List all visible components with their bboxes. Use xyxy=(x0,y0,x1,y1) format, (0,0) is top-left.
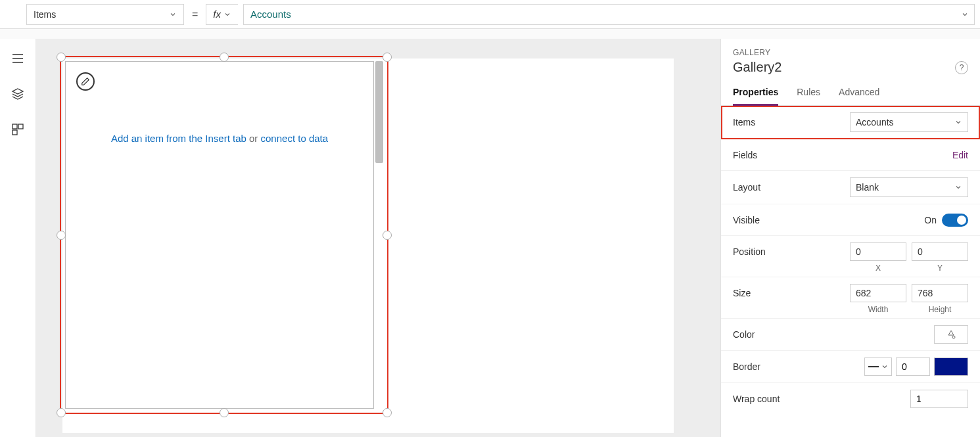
prop-label: Layout xyxy=(733,182,850,193)
items-select[interactable]: Accounts xyxy=(850,112,968,132)
resize-handle[interactable] xyxy=(383,53,392,62)
resize-handle[interactable] xyxy=(57,53,66,62)
size-height-input[interactable] xyxy=(912,284,968,302)
toggle-switch[interactable] xyxy=(942,214,968,227)
prop-items: Items Accounts xyxy=(721,106,980,139)
size-width-input[interactable] xyxy=(850,284,906,302)
left-toolbar xyxy=(0,39,36,437)
formula-bar: Items = fx Accounts xyxy=(0,0,980,29)
position-y-input[interactable] xyxy=(912,242,968,261)
axis-label: X xyxy=(850,264,906,273)
prop-border: Border xyxy=(721,351,980,383)
scrollbar[interactable] xyxy=(375,61,383,163)
border-style-select[interactable] xyxy=(864,357,892,376)
items-value: Accounts xyxy=(856,117,894,127)
prop-label: Border xyxy=(733,361,864,372)
svg-point-3 xyxy=(952,336,955,338)
wrap-count-input[interactable] xyxy=(910,390,968,408)
equals-sign: = xyxy=(189,9,200,20)
svg-rect-2 xyxy=(12,130,17,135)
chevron-down-icon xyxy=(881,363,889,371)
axis-label: Y xyxy=(912,264,968,273)
toggle-state: On xyxy=(924,215,937,225)
prop-size: Size Width Height xyxy=(721,277,980,319)
resize-handle[interactable] xyxy=(383,408,392,417)
prop-wrap-count: Wrap count xyxy=(721,383,980,415)
prop-visible: Visible On xyxy=(721,204,980,236)
control-name[interactable]: Gallery2 xyxy=(733,60,782,75)
property-select[interactable]: Items xyxy=(26,4,184,25)
fx-label: fx xyxy=(213,9,221,20)
prop-layout: Layout Blank xyxy=(721,171,980,204)
svg-rect-0 xyxy=(12,124,17,129)
property-select-value: Items xyxy=(34,9,56,20)
app-screen[interactable]: Add an item from the Insert tab or conne… xyxy=(62,58,674,433)
formula-input[interactable]: Accounts xyxy=(243,4,975,25)
layout-value: Blank xyxy=(856,182,879,193)
gallery-hint: Add an item from the Insert tab or conne… xyxy=(66,133,373,144)
position-x-input[interactable] xyxy=(850,242,906,261)
insert-link[interactable]: Add an item from the Insert tab xyxy=(111,133,246,144)
panel-header: GALLERY Gallery2 ? xyxy=(721,39,980,80)
panel-tabs: Properties Rules Advanced xyxy=(721,80,980,106)
control-type: GALLERY xyxy=(733,48,968,57)
svg-rect-1 xyxy=(18,124,23,129)
chevron-down-icon xyxy=(169,11,177,18)
border-width-input[interactable] xyxy=(896,357,930,376)
resize-handle[interactable] xyxy=(57,408,66,417)
components-icon[interactable] xyxy=(10,122,26,137)
chevron-down-icon xyxy=(223,11,231,18)
dim-label: Height xyxy=(912,305,968,314)
edit-icon[interactable] xyxy=(76,72,95,91)
gallery-selection[interactable]: Add an item from the Insert tab or conne… xyxy=(60,56,388,414)
hint-or: or xyxy=(246,133,261,144)
prop-label: Fields xyxy=(733,150,952,160)
prop-position: Position X Y xyxy=(721,236,980,277)
resize-handle[interactable] xyxy=(220,53,229,62)
formula-value: Accounts xyxy=(250,9,291,20)
chevron-down-icon xyxy=(954,183,962,191)
properties-panel: GALLERY Gallery2 ? Properties Rules Adva… xyxy=(720,39,980,437)
tab-advanced[interactable]: Advanced xyxy=(839,80,879,105)
menu-icon[interactable] xyxy=(10,51,26,66)
prop-fields: Fields Edit xyxy=(721,139,980,171)
prop-label: Visible xyxy=(733,215,924,225)
visible-toggle[interactable]: On xyxy=(924,214,968,227)
chevron-down-icon[interactable] xyxy=(961,11,969,18)
resize-handle[interactable] xyxy=(57,231,66,240)
prop-label: Size xyxy=(733,288,850,298)
canvas-area[interactable]: Add an item from the Insert tab or conne… xyxy=(36,39,720,437)
layout-select[interactable]: Blank xyxy=(850,177,968,197)
border-color-picker[interactable] xyxy=(934,357,968,376)
tab-properties[interactable]: Properties xyxy=(733,80,778,105)
edit-fields-link[interactable]: Edit xyxy=(952,150,968,160)
resize-handle[interactable] xyxy=(383,231,392,240)
prop-label: Color xyxy=(733,329,934,340)
color-picker[interactable] xyxy=(934,325,968,344)
tab-rules[interactable]: Rules xyxy=(797,80,820,105)
prop-label: Items xyxy=(733,117,850,127)
connect-data-link[interactable]: connect to data xyxy=(261,133,329,144)
layers-icon[interactable] xyxy=(10,86,26,102)
fx-button[interactable]: fx xyxy=(206,4,238,25)
dim-label: Width xyxy=(850,305,906,314)
gallery-control[interactable]: Add an item from the Insert tab or conne… xyxy=(65,61,374,409)
help-icon[interactable]: ? xyxy=(955,61,968,74)
prop-color: Color xyxy=(721,319,980,351)
prop-label: Position xyxy=(733,246,850,257)
prop-label: Wrap count xyxy=(733,394,910,404)
resize-handle[interactable] xyxy=(220,408,229,417)
chevron-down-icon xyxy=(954,118,962,126)
